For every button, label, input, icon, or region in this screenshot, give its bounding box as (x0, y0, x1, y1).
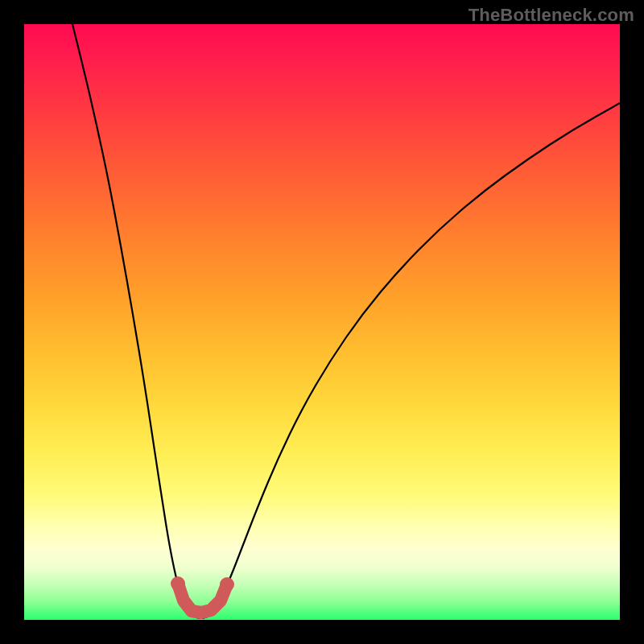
series-v-curve (72, 24, 620, 618)
watermark-text: TheBottleneck.com (469, 5, 634, 26)
plot-area (24, 24, 620, 620)
marker-circle-1 (220, 577, 234, 592)
marker-circle-0 (171, 576, 185, 591)
curve-overlay (24, 24, 620, 620)
chart-frame: TheBottleneck.com (0, 0, 644, 644)
series-valley-marker (178, 584, 227, 613)
